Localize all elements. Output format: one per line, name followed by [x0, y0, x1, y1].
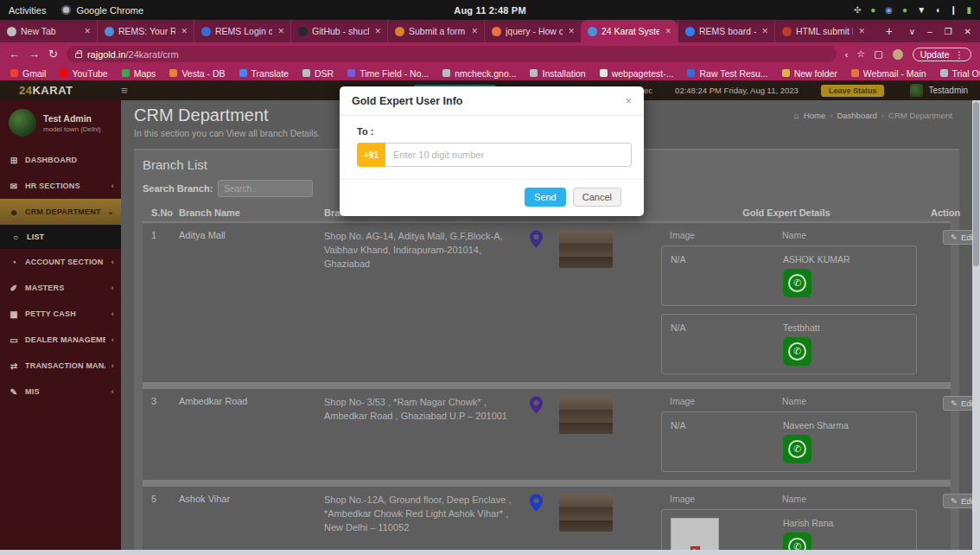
search-branch-input[interactable] [218, 180, 313, 197]
forward-button[interactable]: → [29, 48, 40, 61]
expert-name-cell: Naveen Sharma✆ [783, 420, 849, 463]
sidebar-item-label: DEALER MANAGEMENT [25, 335, 105, 344]
tab-close-icon[interactable]: ✕ [180, 27, 188, 35]
bookmark-item[interactable]: nmcheck.gno... [442, 68, 516, 79]
browser-tab[interactable]: New Tab✕ [0, 20, 97, 42]
country-code-badge: +91 [357, 143, 385, 167]
cell-location [525, 396, 559, 480]
browser-tab[interactable]: REMS Login detail✕ [194, 20, 290, 42]
browser-tab[interactable]: 24 Karat System ||✕ [581, 20, 678, 42]
horizontal-scrollbar[interactable] [0, 550, 980, 555]
sidebar-item-petty-cash[interactable]: ▦PETTY CASH‹ [0, 301, 121, 327]
update-button[interactable]: Update ⋮ [913, 48, 971, 61]
phone-number-input[interactable] [385, 143, 632, 167]
branch-photo[interactable] [559, 494, 613, 532]
branch-photo[interactable] [559, 230, 613, 268]
browser-tab[interactable]: REMS board - Agil✕ [678, 20, 774, 42]
scrollbar-thumb[interactable] [973, 102, 979, 266]
sidebar-item-list[interactable]: ○LIST [0, 225, 121, 249]
app-logo[interactable]: 24KARAT [0, 84, 121, 97]
tab-close-icon[interactable]: ✕ [857, 27, 866, 35]
bookmark-item[interactable]: Raw Test Resu... [687, 68, 767, 79]
activities-button[interactable]: Activities [9, 5, 46, 16]
whatsapp-button[interactable]: ✆ [783, 435, 811, 463]
sidebar-item-account-section[interactable]: ◔ACCOUNT SECTION‹ [0, 249, 121, 275]
pencil-icon: ✎ [951, 496, 958, 506]
tab-close-icon[interactable]: ✕ [470, 27, 479, 35]
sidebar-item-mis[interactable]: ✎MIS‹ [0, 379, 121, 405]
sidebar-item-crm-department[interactable]: ☻CRM DEPARTMENT⌄ [0, 199, 121, 225]
cancel-button[interactable]: Cancel [573, 188, 621, 207]
whatsapp-button[interactable]: ✆ [783, 337, 811, 366]
profile-avatar[interactable] [892, 48, 904, 61]
to-label: To : [357, 126, 632, 137]
tab-close-icon[interactable]: ✕ [760, 27, 769, 35]
branch-photo[interactable] [559, 396, 613, 434]
share-icon[interactable]: ‹ [845, 49, 849, 60]
os-clock[interactable]: Aug 11 2:48 PM [328, 5, 652, 16]
whatsapp-button[interactable]: ✆ [783, 269, 811, 297]
tab-close-icon[interactable]: ✕ [567, 27, 576, 35]
sidebar-item-dashboard[interactable]: ⊞DASHBOARD [0, 147, 121, 173]
sidebar-item-hr-sections[interactable]: ✉HR SECTIONS‹ [0, 173, 121, 199]
cell-gold-experts: ImageNameHarish Rana✆N/ARashika✆ [642, 494, 931, 555]
vertical-scrollbar[interactable] [972, 100, 980, 555]
restore-icon[interactable]: ❐ [945, 27, 952, 36]
chevron-down-icon[interactable]: ∨ [909, 27, 915, 36]
modal-close-icon[interactable]: × [625, 94, 632, 107]
cell-sno: 5 [143, 494, 179, 555]
lock-icon[interactable] [75, 53, 82, 58]
bookmark-item[interactable]: Trial Office #1 [940, 68, 980, 79]
sidebar-item-masters[interactable]: ✐MASTERS‹ [0, 275, 121, 301]
breadcrumb-dashboard[interactable]: Dashboard [837, 111, 876, 120]
bookmark-item[interactable]: Time Field - No... [347, 68, 429, 79]
bookmark-item[interactable]: Gmail [10, 68, 46, 79]
tab-close-icon[interactable]: ✕ [373, 27, 382, 35]
bookmark-item[interactable]: Vesta - DB [169, 68, 225, 79]
location-pin-icon[interactable] [530, 503, 543, 514]
new-tab-button[interactable]: + [878, 20, 900, 42]
bookmark-item[interactable]: Webmail - Main [851, 68, 926, 79]
bookmark-item[interactable]: webpagetest-... [600, 68, 674, 79]
url-bar[interactable]: rajgold.in/24karat/crm [67, 46, 837, 62]
sidebar-toggle-icon[interactable]: ≡ [121, 84, 173, 97]
sidebar-item-transaction-manager[interactable]: ⇄TRANSACTION MANAGER‹ [0, 353, 121, 379]
sidebar-item-dealer-management[interactable]: ▭DEALER MANAGEMENT‹ [0, 327, 121, 353]
tab-group-icon[interactable]: ▢ [874, 48, 882, 60]
bookmark-label: webpagetest-... [612, 68, 674, 79]
back-button[interactable]: ← [9, 48, 20, 61]
minimize-icon[interactable]: – [927, 27, 932, 36]
browser-tab[interactable]: REMS: Your Repor✕ [97, 20, 194, 42]
location-pin-icon[interactable] [530, 239, 543, 250]
expert-name-cell: Testbhatt✆ [783, 322, 820, 366]
bookmark-star-icon[interactable]: ☆ [856, 48, 865, 60]
location-pin-icon[interactable] [530, 405, 543, 416]
bookmark-item[interactable]: Installation [530, 68, 585, 79]
tab-close-icon[interactable]: ✕ [83, 27, 92, 35]
bookmark-label: Gmail [22, 68, 46, 79]
chevron-left-icon: ‹ [111, 387, 114, 396]
bookmark-item[interactable]: New folder [782, 68, 837, 79]
system-tray[interactable]: ✣●◉●▼◖❙▮ [652, 6, 980, 15]
bookmark-item[interactable]: Translate [239, 68, 289, 79]
col-gold-expert-details: Gold Expert Details [642, 207, 931, 218]
dashboard-icon: ⊞ [9, 156, 19, 165]
browser-tab[interactable]: Submit a form usi✕ [387, 20, 484, 42]
tab-close-icon[interactable]: ✕ [664, 27, 672, 35]
sub-header-image: Image [661, 230, 782, 240]
send-button[interactable]: Send [525, 188, 566, 207]
bookmark-item[interactable]: DSR [302, 68, 334, 79]
browser-tab[interactable]: GitHub - shuchkin✕ [290, 20, 387, 42]
close-icon[interactable]: ✕ [964, 27, 971, 36]
bookmark-item[interactable]: YouTube [60, 68, 107, 79]
bookmark-item[interactable]: Maps [122, 68, 156, 79]
browser-tab[interactable]: jquery - How can i✕ [484, 20, 581, 42]
browser-tab[interactable]: HTML submit butt✕ [774, 20, 871, 42]
reload-button[interactable]: ↻ [48, 48, 58, 61]
sidebar-item-label: HR SECTIONS [25, 182, 105, 190]
leave-status-button[interactable]: Leave Status [821, 85, 885, 97]
breadcrumb-home[interactable]: Home [804, 111, 825, 120]
user-menu[interactable]: Testadmin [910, 84, 968, 97]
cell-branch-address: Shop No- 3/53 , *Ram Nagar Chowk* , Ambe… [324, 396, 525, 480]
tab-close-icon[interactable]: ✕ [277, 27, 285, 35]
